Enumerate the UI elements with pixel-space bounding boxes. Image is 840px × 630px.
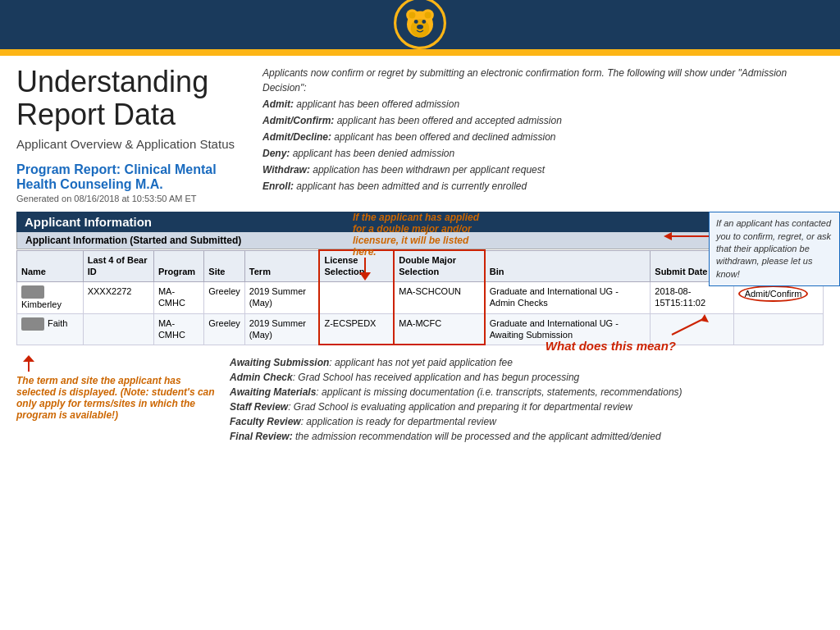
term-site-arrow-icon <box>16 355 41 372</box>
main-content: Understanding Report Data Applicant Over… <box>0 56 840 212</box>
bin-legend: Awaiting Submission: applicant has not y… <box>230 355 824 444</box>
gold-stripe <box>0 49 840 56</box>
col-program: Program <box>153 250 203 281</box>
bin-final-review: Final Review: the admission recommendati… <box>230 429 824 444</box>
callout-box-container: If an applicant has contacted you to con… <box>709 212 840 286</box>
left-column: Understanding Report Data Applicant Over… <box>16 66 246 212</box>
admit-decline-line: Admit/Decline: applicant has been offere… <box>262 130 824 144</box>
col-term: Term <box>244 250 319 281</box>
right-column: Applicants now confirm or regret by subm… <box>246 66 824 212</box>
admit-confirm-oval: Admit/Confirm <box>738 285 809 302</box>
cell-term: 2019 Summer (May) <box>244 314 319 345</box>
cell-site: Greeley <box>204 281 245 313</box>
bin-faculty-review: Faculty Review: application is ready for… <box>230 414 824 429</box>
cell-submit-date: 2018-08-15T15:11:02 <box>651 281 733 313</box>
cell-admission-decision: Admit/Confirm <box>733 281 823 313</box>
admission-intro: Applicants now confirm or regret by subm… <box>262 66 824 95</box>
bin-awaiting-submission: Awaiting Submission: applicant has not y… <box>230 355 824 370</box>
svg-line-14 <box>672 318 705 335</box>
cell-bear-id: XXXX2272 <box>83 281 153 313</box>
cell-name: Kimberley <box>17 281 84 313</box>
double-major-annotation-text: If the applicant has applied for a doubl… <box>353 212 492 258</box>
cell-bear-id <box>83 314 153 345</box>
col-bear-id: Last 4 of Bear ID <box>83 250 153 281</box>
svg-point-6 <box>422 20 426 24</box>
cell-license <box>319 281 394 313</box>
cell-term: 2019 Summer (May) <box>244 281 319 313</box>
avatar <box>21 317 44 331</box>
avatar <box>21 285 44 299</box>
program-report-title: Program Report: Clinical Mental Health C… <box>16 162 238 192</box>
bottom-right: Awaiting Submission: applicant has not y… <box>230 355 824 444</box>
cell-license: Z-ECSPEDX <box>319 314 394 345</box>
svg-point-8 <box>409 11 415 18</box>
cell-double-major: MA-SCHCOUN <box>394 281 484 313</box>
cell-double-major: MA-MCFC <box>394 314 484 345</box>
col-site: Site <box>204 250 245 281</box>
cell-name: Faith <box>17 314 84 345</box>
callout-box: If an applicant has contacted you to con… <box>709 212 840 286</box>
bin-admin-check: Admin Check: Grad School has received ap… <box>230 370 824 385</box>
admit-confirm-line: Admit/Confirm: applicant has been offere… <box>262 113 824 128</box>
what-mean-arrow-icon <box>668 314 709 339</box>
bear-logo-icon <box>394 0 446 49</box>
cell-site: Greeley <box>204 314 245 345</box>
bin-staff-review: Staff Review: Grad School is evaluating … <box>230 399 824 414</box>
enroll-line: Enroll: applicant has been admitted and … <box>262 179 824 194</box>
what-does-mean-text: What does this mean? <box>546 339 676 354</box>
svg-marker-13 <box>664 232 672 240</box>
bottom-left: The term and site the applicant has sele… <box>16 355 230 444</box>
withdraw-line: Withdraw: application has been withdrawn… <box>262 162 824 177</box>
table-section: If the applicant has applied for a doubl… <box>0 212 840 345</box>
col-bin: Bin <box>485 250 651 281</box>
svg-point-7 <box>417 25 423 30</box>
deny-line: Deny: applicant has been denied admissio… <box>262 146 824 161</box>
cell-bin: Graduate and International UG - Admin Ch… <box>485 281 651 313</box>
svg-point-5 <box>414 20 418 24</box>
table-row: Kimberley XXXX2272 MA-CMHC Greeley 2019 … <box>17 281 824 313</box>
header-bar <box>0 0 840 49</box>
svg-marker-17 <box>23 355 34 362</box>
cell-program: MA-CMHC <box>153 314 203 345</box>
admit-line: Admit: applicant has been offered admiss… <box>262 97 824 112</box>
term-site-annotation-text: The term and site the applicant has sele… <box>16 375 221 421</box>
callout-arrow-icon <box>664 228 713 244</box>
what-does-mean-annotation: What does this mean? <box>546 339 676 354</box>
svg-marker-15 <box>701 314 709 322</box>
admission-info: Applicants now confirm or regret by subm… <box>262 66 824 194</box>
double-major-annotation: If the applicant has applied for a doubl… <box>353 212 492 285</box>
svg-point-9 <box>425 11 431 18</box>
cell-admission-decision <box>733 314 823 345</box>
page-subtitle: Applicant Overview & Application Status <box>16 137 238 151</box>
generated-text: Generated on 08/16/2018 at 10:53:50 AM E… <box>16 194 238 203</box>
svg-marker-11 <box>359 272 371 281</box>
arrow-down-icon <box>353 258 377 282</box>
cell-program: MA-CMHC <box>153 281 203 313</box>
col-name: Name <box>17 250 84 281</box>
bottom-section: The term and site the applicant has sele… <box>0 349 840 444</box>
page-title: Understanding Report Data <box>16 66 238 130</box>
bin-awaiting-materials: Awaiting Materials: applicant is missing… <box>230 385 824 399</box>
